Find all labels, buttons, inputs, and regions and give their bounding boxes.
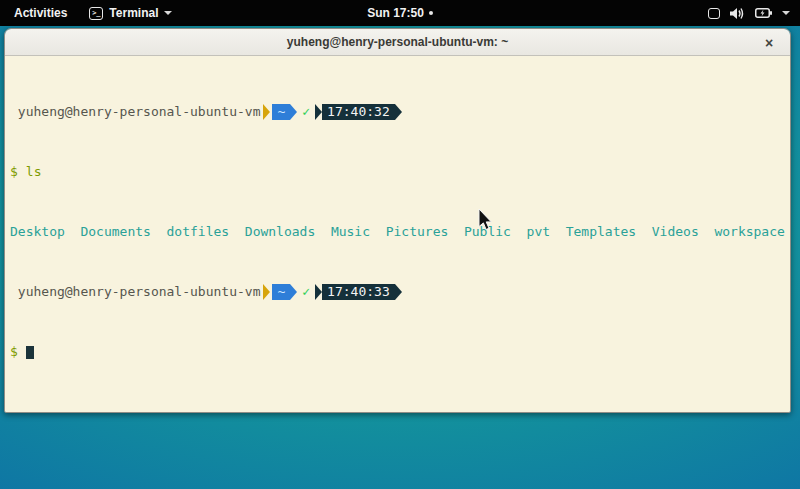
status-check-icon: ✓ — [302, 284, 310, 299]
display-icon — [708, 8, 720, 19]
terminal-window: yuheng@henry-personal-ubuntu-vm: ~ × yuh… — [4, 28, 791, 413]
terminal-app-icon: >_ — [89, 7, 103, 20]
powerline-arrow-icon — [315, 104, 322, 120]
prompt-user-host: yuheng@henry-personal-ubuntu-vm — [10, 284, 260, 299]
close-button[interactable]: × — [758, 29, 780, 56]
desktop: Activities >_ Terminal Sun 17:50 — [0, 0, 800, 489]
powerline-arrow-icon — [395, 104, 402, 120]
command-line: $ls — [10, 164, 790, 179]
battery-charging-icon — [755, 7, 772, 19]
powerline-arrow-icon — [290, 284, 297, 300]
chevron-down-icon — [782, 11, 790, 15]
command-text: ls — [26, 164, 42, 179]
app-menu-label: Terminal — [109, 6, 158, 20]
window-title: yuheng@henry-personal-ubuntu-vm: ~ — [287, 35, 508, 49]
prompt-symbol: $ — [10, 164, 18, 179]
powerline-arrow-icon — [395, 284, 402, 300]
notification-dot-icon — [429, 11, 433, 15]
terminal-content[interactable]: yuheng@henry-personal-ubuntu-vm ~ ✓ 17:4… — [5, 56, 790, 413]
prompt-symbol: $ — [10, 344, 18, 359]
terminal-cursor — [26, 346, 34, 359]
prompt-user-host: yuheng@henry-personal-ubuntu-vm — [10, 104, 260, 119]
prompt-line: yuheng@henry-personal-ubuntu-vm ~ ✓ 17:4… — [10, 104, 790, 119]
activities-button[interactable]: Activities — [10, 6, 71, 20]
powerline-arrow-icon — [263, 104, 270, 120]
prompt-path-segment: ~ — [272, 104, 290, 120]
volume-icon — [730, 7, 745, 20]
system-status-menu[interactable] — [704, 0, 794, 26]
chevron-down-icon — [164, 11, 172, 15]
prompt-path-segment: ~ — [272, 284, 290, 300]
gnome-top-bar: Activities >_ Terminal Sun 17:50 — [0, 0, 800, 26]
input-line: $ — [10, 344, 790, 359]
prompt-line: yuheng@henry-personal-ubuntu-vm ~ ✓ 17:4… — [10, 284, 790, 299]
clock-label: Sun 17:50 — [367, 6, 424, 20]
window-titlebar[interactable]: yuheng@henry-personal-ubuntu-vm: ~ × — [5, 29, 790, 56]
prompt-time: 17:40:33 — [322, 284, 395, 300]
status-check-icon: ✓ — [302, 104, 310, 119]
powerline-arrow-icon — [315, 284, 322, 300]
powerline-arrow-icon — [290, 104, 297, 120]
app-menu-terminal[interactable]: >_ Terminal — [89, 6, 172, 20]
clock-button[interactable]: Sun 17:50 — [367, 6, 433, 20]
powerline-arrow-icon — [263, 284, 270, 300]
ls-output-line: Desktop Documents dotfiles Downloads Mus… — [10, 224, 790, 239]
prompt-time: 17:40:32 — [322, 104, 395, 120]
